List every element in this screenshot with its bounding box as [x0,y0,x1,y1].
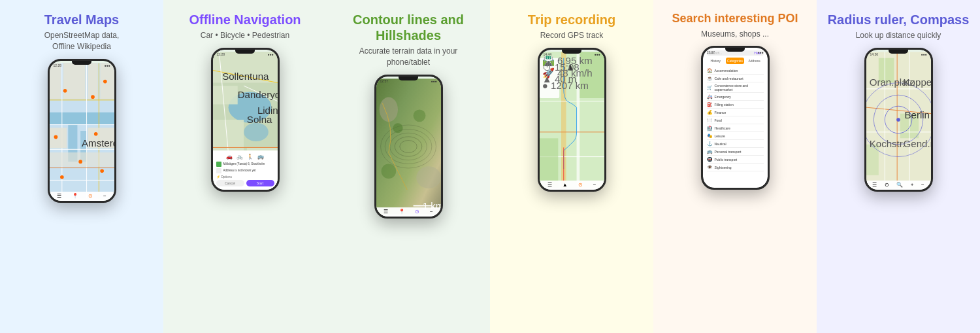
card-6-title: Radius ruler, Compass [828,12,970,27]
phone-1: 12:28●●● [48,59,116,203]
phone-1-notch [72,61,91,65]
poi-emergency[interactable]: 🚑Emergency [707,93,764,101]
poi-convenience[interactable]: 🛒Convenience store and supermarket [707,82,764,93]
svg-rect-18 [50,152,114,167]
svg-point-21 [103,79,107,83]
svg-point-24 [78,160,82,164]
tab-categories[interactable]: Categories [726,58,744,64]
terrain-map: 1 km [376,77,441,217]
phone-4-toolbar: ☰▲⊙− [540,181,604,190]
svg-point-20 [91,95,95,99]
svg-point-22 [54,135,57,139]
svg-text:Amsterdam: Amsterdam [82,137,114,148]
svg-point-30 [244,123,269,141]
card-contour: Contour lines and Hillshades Accurate te… [327,0,490,333]
card-2-subtitle: Car • Bicycle • Pedestrian [201,30,289,41]
svg-point-54 [413,109,425,122]
card-3-subtitle: Accurate terrain data in yourphone/table… [359,46,458,68]
svg-rect-32 [213,86,238,104]
card-travel-maps: Travel Maps OpenStreetMap data,Offline W… [0,0,163,333]
cancel-button[interactable]: Cancel [216,180,244,186]
poi-cafe[interactable]: ☕Cafe and restaurant [707,75,764,82]
svg-rect-16 [50,128,67,148]
phone-6-screen: 14:26●●● [866,50,931,190]
svg-text:Berlin: Berlin [904,109,930,120]
start-button[interactable]: Start [246,180,274,186]
svg-point-19 [63,88,67,92]
phone-1-toolbar: ☰📍⊙− [50,192,114,201]
nav-panel: 🚗 🚲 🚶 🚌 Mälvägen (Farsta) 6, Stockholm A… [213,150,278,190]
svg-text:Kochstr.: Kochstr. [869,138,904,149]
phone-2-screen: 12:28●●● [213,50,278,190]
nav-options[interactable]: ⚡ Options [216,175,274,179]
poi-accommodation[interactable]: 🏠Accommodation [707,67,764,75]
svg-point-87 [896,118,900,122]
phone-2: 12:28●●● [211,48,280,192]
route-map: 🛣️ 6.95 km ⏱ 15:08 🚀 48 km/h ▲ 40 m ● 12… [540,50,604,190]
phone-1-screen: 12:28●●● [50,61,114,201]
card-5-title: Search interesting POI [672,12,798,26]
phone-5-notch [725,48,745,52]
svg-text:Lidingö: Lidingö [257,104,277,115]
card-6-subtitle: Look up distance quickly [856,30,941,41]
tab-address[interactable]: Address [745,58,764,64]
card-1-title: Travel Maps [44,12,120,27]
cards-container: Travel Maps OpenStreetMap data,Offline W… [0,0,980,333]
svg-text:● 1207 km: ● 1207 km [542,80,588,91]
phone-6-notch [889,50,908,54]
poi-tabs: History Categories Address [707,58,764,64]
poi-sightseeing[interactable]: 👁️Sightseeing [707,164,764,171]
svg-point-53 [393,123,402,133]
poi-public-transport[interactable]: 🚇Public transport [707,156,764,164]
card-3-title: Contour lines and Hillshades [333,12,483,43]
svg-text:Danderyd: Danderyd [237,89,277,100]
svg-point-52 [416,166,441,188]
phone-5-screen: 13:07●●● Search... Hide History Categori… [703,48,768,188]
svg-text:Sollentuna: Sollentuna [222,71,269,82]
card-5-subtitle: Museums, shops ... [701,29,769,40]
phone-4-screen: 14:44●●● [540,50,604,190]
phone-3: 12:57●●● [374,75,443,219]
svg-point-25 [60,175,64,179]
phone-4-notch [562,50,581,54]
phone-4: 14:44●●● [538,48,606,192]
svg-point-23 [93,131,97,135]
svg-point-51 [379,97,397,122]
poi-healthcare[interactable]: 🏥Healthcare [707,124,764,132]
phone-5: 13:07●●● Search... Hide History Categori… [701,46,770,190]
nav-from-row: Mälvägen (Farsta) 6, Stockholm [216,162,274,167]
card-4-subtitle: Record GPS track [540,30,604,41]
phone-3-toolbar: ☰📍⊙− [376,207,441,217]
poi-finance[interactable]: 💰Finance [707,109,764,116]
card-radius: Radius ruler, Compass Look up distance q… [817,0,980,333]
poi-filling[interactable]: ⛽Filling station [707,101,764,109]
card-offline-nav: Offline Navigation Car • Bicycle • Pedes… [163,0,327,333]
card-trip: Trip recording Record GPS track 14:44●●● [490,0,653,333]
poi-food[interactable]: 🍽️Food [707,116,764,124]
svg-text:Gend.markt: Gend.markt [903,138,930,149]
phone-3-notch [399,77,418,80]
phone-6: 14:26●●● [864,48,933,192]
card-1-subtitle: OpenStreetMap data,Offline Wikipedia [44,30,120,52]
svg-point-55 [381,164,396,179]
nav-transport-icons: 🚗 🚲 🚶 🚌 [216,154,274,160]
poi-list: Search... Hide History Categories Addres… [703,48,768,174]
phone-2-notch [235,50,255,54]
card-2-title: Offline Navigation [189,12,301,27]
amsterdam-map: Amsterdam [50,61,114,201]
tab-history[interactable]: History [707,58,725,64]
nav-to-row: Address is not known yet [216,168,274,173]
card-poi: Search interesting POI Museums, shops ..… [653,0,817,333]
phone-6-toolbar: ☰⊙🔍+− [866,181,931,190]
svg-rect-1 [50,112,114,124]
card-4-title: Trip recording [528,12,615,27]
poi-personal-transport[interactable]: 🚌Personal transport [707,148,764,156]
berlin-map: Berlin Oran.platz Koppenpl. Kochstr. Gen… [866,50,931,190]
poi-nautical[interactable]: ⚓Nautical [707,140,764,148]
poi-leisure[interactable]: 🎭Leisure [707,132,764,140]
phone-3-screen: 12:57●●● [376,77,441,217]
nav-buttons: Cancel Start [216,180,274,186]
svg-point-26 [100,169,104,173]
svg-text:Koppenpl.: Koppenpl. [903,77,930,88]
